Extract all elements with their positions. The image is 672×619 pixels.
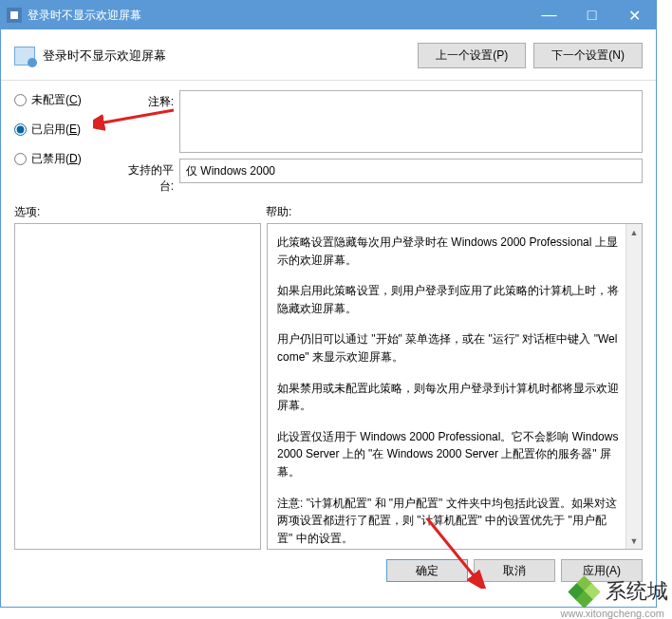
help-text[interactable]: 此策略设置隐藏每次用户登录时在 Windows 2000 Professiona… <box>268 224 642 549</box>
titlebar[interactable]: 登录时不显示欢迎屏幕 — □ ✕ <box>1 1 656 29</box>
separator <box>1 80 656 81</box>
options-panel <box>14 223 261 550</box>
maximize-button[interactable]: □ <box>570 1 613 29</box>
help-panel: 此策略设置隐藏每次用户登录时在 Windows 2000 Professiona… <box>267 223 643 550</box>
policy-large-icon <box>14 47 35 66</box>
next-setting-label: 下一个设置(N) <box>551 48 625 62</box>
help-p1: 此策略设置隐藏每次用户登录时在 Windows 2000 Professiona… <box>277 234 621 269</box>
radio-enabled[interactable]: 已启用(E) <box>14 122 109 138</box>
apply-button[interactable]: 应用(A) <box>561 559 643 582</box>
comment-label: 注释: <box>117 90 179 110</box>
platform-label: 支持的平台: <box>117 159 179 195</box>
watermark-url: www.xitongcheng.com <box>561 608 664 619</box>
scroll-up-icon[interactable]: ▲ <box>626 224 642 240</box>
prev-setting-button[interactable]: 上一个设置(P) <box>418 43 526 68</box>
prev-setting-label: 上一个设置(P) <box>436 48 508 62</box>
ok-label: 确定 <box>416 564 439 577</box>
radio-enabled-input[interactable] <box>14 123 27 136</box>
comment-row: 注释: <box>117 90 643 153</box>
help-p3: 用户仍旧可以通过 "开始" 菜单选择，或在 "运行" 对话框中键入 "Welco… <box>277 330 621 366</box>
help-p2: 如果启用此策略设置，则用户登录到应用了此策略的计算机上时，将隐藏欢迎屏幕。 <box>277 282 621 317</box>
close-button[interactable]: ✕ <box>613 1 656 29</box>
ok-button[interactable]: 确定 <box>386 559 468 582</box>
next-setting-button[interactable]: 下一个设置(N) <box>533 43 643 68</box>
cancel-button[interactable]: 取消 <box>474 559 555 582</box>
radio-disabled[interactable]: 已禁用(D) <box>14 151 109 167</box>
state-radios: 未配置(C) 已启用(E) 已禁用(D) <box>14 90 109 200</box>
radio-not-configured-input[interactable] <box>14 94 27 106</box>
options-label: 选项: <box>14 204 266 220</box>
config-area: 未配置(C) 已启用(E) 已禁用(D) 注释: 支持的平台: <box>1 90 656 200</box>
apply-label: 应用(A) <box>583 564 621 577</box>
help-p5: 此设置仅适用于 Windows 2000 Professional。它不会影响 … <box>277 428 621 481</box>
footer: 确定 取消 应用(A) <box>1 550 656 591</box>
help-scrollbar[interactable]: ▲ ▼ <box>625 224 642 549</box>
svg-rect-0 <box>10 11 18 19</box>
policy-title: 登录时不显示欢迎屏幕 <box>43 47 410 65</box>
cancel-label: 取消 <box>503 564 526 577</box>
window-title: 登录时不显示欢迎屏幕 <box>28 8 528 24</box>
policy-icon <box>7 8 22 23</box>
help-p6: 注意: "计算机配置" 和 "用户配置" 文件夹中均包括此设置。如果对这两项设置… <box>277 495 621 548</box>
help-label: 帮助: <box>266 204 291 220</box>
minimize-button[interactable]: — <box>528 1 570 29</box>
panels: 此策略设置隐藏每次用户登录时在 Windows 2000 Professiona… <box>1 223 656 550</box>
scroll-down-icon[interactable]: ▼ <box>626 533 642 549</box>
fields: 注释: 支持的平台: <box>117 90 643 200</box>
help-p4: 如果禁用或未配置此策略，则每次用户登录到计算机时都将显示欢迎屏幕。 <box>277 380 621 415</box>
radio-not-configured[interactable]: 未配置(C) <box>14 92 109 108</box>
comment-textarea[interactable] <box>179 90 643 153</box>
dialog-window: 登录时不显示欢迎屏幕 — □ ✕ 登录时不显示欢迎屏幕 上一个设置(P) 下一个… <box>0 0 657 608</box>
header: 登录时不显示欢迎屏幕 上一个设置(P) 下一个设置(N) <box>1 29 656 76</box>
radio-disabled-input[interactable] <box>14 153 27 165</box>
platform-row: 支持的平台: <box>117 159 643 195</box>
section-labels: 选项: 帮助: <box>1 200 656 223</box>
platform-field <box>179 159 643 183</box>
